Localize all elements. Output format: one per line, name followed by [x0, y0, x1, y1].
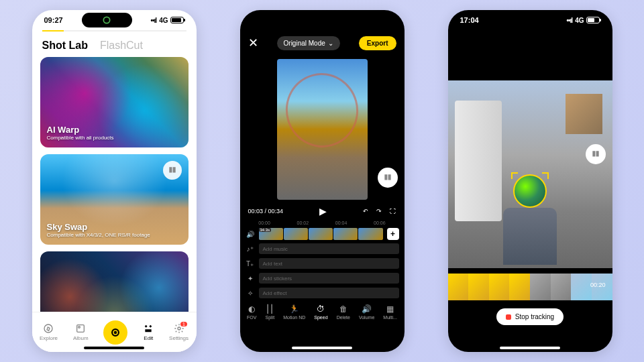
phone-shotlab: 09:27 ••ıl 4G Shot Lab FlashCut AI Warp … — [32, 10, 197, 352]
status-bar: 09:27 ••ıl 4G — [32, 10, 197, 30]
card-subtitle: Compatible with X4/3/2, ONE RS/R footage — [47, 232, 182, 238]
clip-thumb[interactable] — [284, 228, 308, 240]
tab-shot-lab[interactable]: Shot Lab — [42, 40, 88, 52]
status-time: 17:04 — [460, 16, 479, 24]
card-city[interactable] — [40, 251, 189, 312]
status-network: 4G — [575, 17, 584, 24]
clip-thumb[interactable] — [309, 228, 333, 240]
status-right: ••ıl 4G — [567, 17, 600, 24]
delete-icon: 🗑 — [339, 304, 347, 314]
svg-point-4 — [114, 330, 117, 334]
video-preview[interactable] — [277, 59, 368, 200]
export-button[interactable]: Export — [359, 36, 396, 50]
fullscreen-icon[interactable]: ⛶ — [390, 208, 396, 215]
frame-thumb[interactable] — [509, 274, 530, 300]
nav-edit[interactable]: Edit — [143, 323, 154, 341]
effect-icon: ✧ — [246, 290, 255, 297]
time-ruler[interactable]: 00:00 00:02 00:04 00:06 — [240, 219, 405, 227]
tool-multi[interactable]: ▦Multi... — [383, 304, 397, 320]
tool-speed[interactable]: ⏱Speed — [314, 304, 327, 320]
tool-volume[interactable]: 🔊Volume — [359, 304, 374, 320]
card-sky-swap[interactable]: Sky Swap Compatible with X4/3/2, ONE RS/… — [40, 154, 189, 245]
battery-icon — [170, 17, 184, 23]
status-network: 4G — [159, 17, 168, 24]
clip-thumb[interactable] — [358, 228, 382, 240]
editor-header: ✕ Original Mode ⌄ Export — [240, 30, 405, 56]
tutorial-icon[interactable] — [378, 168, 398, 188]
tool-motion[interactable]: 🏃Motion ND — [283, 304, 305, 320]
tool-fov[interactable]: ◐FOV — [247, 304, 256, 320]
text-track[interactable]: T₊Add text — [240, 256, 405, 271]
tool-row: ◐FOV ⎮⎮Split 🏃Motion ND ⏱Speed 🗑Delete 🔊… — [240, 300, 405, 324]
volume-icon[interactable]: 🔊 — [246, 231, 255, 238]
status-bar — [240, 10, 405, 30]
tabs: Shot Lab FlashCut — [32, 32, 197, 57]
video-track[interactable]: 🔊 + — [240, 227, 405, 241]
chevron-down-icon: ⌄ — [328, 40, 333, 47]
redo-icon[interactable]: ↷ — [376, 208, 382, 215]
nav-explore[interactable]: Explore — [40, 323, 58, 341]
status-right: ••ıl 4G — [151, 17, 184, 24]
tracking-preview[interactable] — [448, 80, 612, 268]
clip-thumb[interactable] — [333, 228, 358, 240]
undo-icon[interactable]: ↶ — [363, 208, 368, 215]
card-title: Sky Swap — [47, 222, 182, 232]
nav-camera[interactable] — [103, 320, 127, 345]
battery-icon — [586, 17, 600, 23]
timeline-thumbs[interactable] — [448, 274, 612, 300]
frame-thumb[interactable] — [530, 274, 551, 300]
settings-badge: 1 — [180, 322, 187, 326]
multi-icon: ▦ — [386, 304, 394, 314]
volume-icon: 🔊 — [362, 304, 372, 314]
frame-thumb[interactable] — [571, 274, 592, 300]
close-icon[interactable]: ✕ — [248, 36, 258, 50]
add-clip-button[interactable]: + — [387, 228, 399, 240]
speed-icon: ⏱ — [317, 304, 325, 314]
phone-tracking: 17:04 ••ıl 4G 00:20 Stop tracking — [448, 10, 612, 352]
home-indicator[interactable] — [84, 347, 144, 349]
time-display: 00:03 / 00:34 — [248, 208, 284, 215]
clip-thumb[interactable] — [259, 228, 283, 240]
card-subtitle: Compatible with all products — [47, 135, 182, 141]
status-bar: 17:04 ••ıl 4G — [448, 10, 612, 30]
effect-track[interactable]: ✧Add effect — [240, 286, 405, 300]
home-indicator[interactable] — [292, 347, 352, 349]
card-title: AI Warp — [47, 125, 182, 135]
tracked-subject — [498, 174, 562, 268]
music-track[interactable]: ♪⁺Add music — [240, 241, 405, 256]
svg-point-1 — [44, 324, 52, 333]
svg-point-0 — [103, 17, 109, 23]
tutorial-icon[interactable] — [163, 161, 182, 180]
phone-editor: ✕ Original Mode ⌄ Export 00:03 / 00:34 ▶… — [240, 10, 405, 352]
card-ai-warp[interactable]: AI Warp Compatible with all products — [40, 57, 189, 147]
tutorial-icon[interactable] — [586, 144, 606, 164]
dynamic-island — [498, 13, 548, 27]
sticker-icon: ✦ — [246, 275, 255, 282]
card-list[interactable]: AI Warp Compatible with all products Sky… — [32, 57, 197, 312]
nav-settings[interactable]: 1 Settings — [169, 323, 189, 341]
nav-album[interactable]: Album — [73, 323, 89, 341]
frame-thumb[interactable] — [448, 274, 469, 300]
mode-dropdown[interactable]: Original Mode ⌄ — [277, 36, 340, 50]
music-icon: ♪⁺ — [246, 245, 255, 253]
text-icon: T₊ — [246, 260, 255, 267]
tool-delete[interactable]: 🗑Delete — [337, 304, 350, 320]
tab-flashcut[interactable]: FlashCut — [100, 40, 143, 52]
dynamic-island — [82, 13, 132, 27]
stop-tracking-button[interactable]: Stop tracking — [496, 308, 564, 325]
svg-point-5 — [178, 327, 180, 330]
frame-thumb[interactable] — [468, 274, 489, 300]
bottom-nav: Explore Album Edit 1 Settings — [32, 312, 197, 352]
transport-bar: 00:03 / 00:34 ▶ ↶ ↷ ⛶ — [240, 203, 405, 219]
timecode: 00:20 — [590, 282, 606, 288]
motion-icon: 🏃 — [289, 304, 299, 314]
play-button[interactable]: ▶ — [319, 206, 327, 217]
split-icon: ⎮⎮ — [266, 304, 274, 314]
home-indicator[interactable] — [500, 347, 560, 349]
frame-thumb[interactable] — [551, 274, 572, 300]
tracking-box — [513, 174, 547, 208]
sticker-track[interactable]: ✦Add stickers — [240, 271, 405, 286]
tool-split[interactable]: ⎮⎮Split — [265, 304, 274, 320]
frame-thumb[interactable] — [489, 274, 510, 300]
fov-icon: ◐ — [248, 304, 255, 314]
